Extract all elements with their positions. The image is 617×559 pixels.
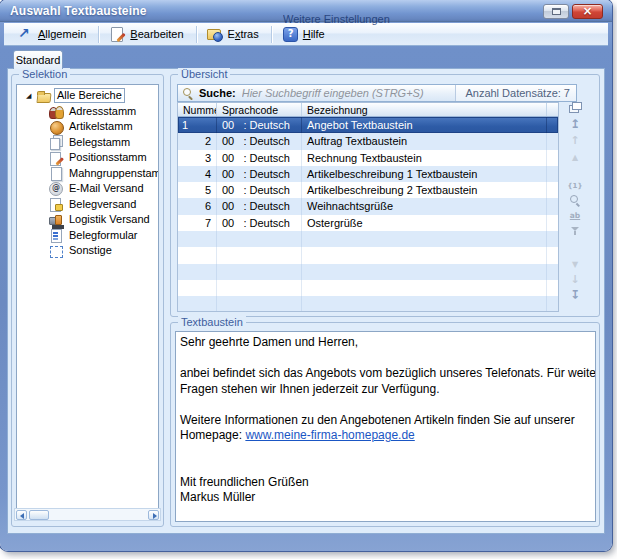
selektion-group: Selektion Alle BereicheAdressstammArtike… — [11, 74, 164, 527]
tree-item-label: Sonstige — [69, 244, 112, 257]
cell-extra — [547, 280, 558, 296]
cell-bezeichnung — [302, 231, 547, 247]
table-row-empty[interactable] — [178, 296, 558, 312]
selection-tree: Alle BereicheAdressstammArtikelstammBele… — [16, 84, 159, 521]
tree-item-belegformular[interactable]: Belegformular — [17, 228, 158, 244]
tree-item-belegstamm[interactable]: Belegstamm — [17, 135, 158, 151]
tree-item-label: Belegstamm — [69, 136, 130, 149]
letter-line: Markus Müller — [180, 490, 595, 506]
edit-document-icon — [108, 26, 126, 42]
cell-bezeichnung: Artikelbeschreibung 1 Textbaustein — [302, 166, 547, 182]
tree-item-label: Belegformular — [69, 229, 137, 242]
tree-item-artikelstamm[interactable]: Artikelstamm — [17, 119, 158, 135]
tree-item-logistik-versand[interactable]: Logistik Versand — [17, 212, 158, 228]
cell-bezeichnung — [302, 264, 547, 280]
toolbar-button-label: Allgemein — [38, 28, 86, 40]
cell-nummer: 4 — [178, 166, 217, 182]
cell-nummer — [178, 264, 217, 280]
cell-bezeichnung: Rechnung Textbaustein — [302, 150, 547, 166]
tree-item-label: Belegversand — [69, 198, 136, 211]
cell-nummer: 6 — [178, 198, 217, 214]
cell-extra — [547, 231, 558, 247]
cell-bezeichnung: Angebot Textbaustein — [302, 117, 547, 133]
navigator-group — [567, 100, 583, 164]
cell-sprachcode: 00 : Deutsch — [217, 150, 302, 166]
cell-bezeichnung — [302, 247, 547, 263]
table-row-empty[interactable] — [178, 231, 558, 247]
letter-line: Sehr geehrte Damen und Herren, — [180, 335, 595, 351]
letter-line: Fragen stehen wir Ihnen jederzeit zur Ve… — [180, 382, 595, 398]
table-row-7[interactable]: 700 : DeutschOstergrüße — [178, 215, 558, 231]
search-bar[interactable]: Suche: Anzahl Datensätze: 7 — [177, 84, 577, 102]
scroll-right-button[interactable] — [148, 510, 159, 520]
tree-item-adressstamm[interactable]: Adressstamm — [17, 104, 158, 120]
table-row-empty[interactable] — [178, 247, 558, 263]
tree-item-e-mail-versand[interactable]: E-Mail Versand — [17, 181, 158, 197]
table-row-5[interactable]: 500 : DeutschArtikelbeschreibung 2 Textb… — [178, 182, 558, 198]
table-row-1[interactable]: 100 : DeutschAngebot Textbaustein — [178, 117, 558, 133]
scroll-thumb[interactable] — [29, 510, 49, 520]
move-down-icon[interactable] — [567, 273, 583, 286]
tree-item-alle-bereiche[interactable]: Alle Bereiche — [17, 88, 158, 104]
app-window: Auswahl Textbausteine × Weitere Einstell… — [0, 0, 612, 551]
cell-nummer — [178, 231, 217, 247]
letter-line: Homepage: www.meine-firma-homepage.de — [180, 428, 595, 444]
collapse-columns-icon[interactable] — [567, 100, 583, 113]
cell-extra — [547, 166, 558, 182]
cell-extra — [547, 182, 558, 198]
toolbar-button-bearbeiten[interactable]: Bearbeiten — [104, 24, 190, 44]
column-header-sprachcode[interactable]: Sprachcode — [217, 103, 302, 116]
navigator-group — [567, 258, 583, 301]
tree-item-positionsstamm[interactable]: Positionsstamm — [17, 150, 158, 166]
scroll-top-icon[interactable] — [567, 117, 583, 130]
scroll-bottom-icon[interactable] — [567, 288, 583, 301]
table-row-2[interactable]: 200 : DeutschAuftrag Textbaustein — [178, 133, 558, 149]
letter-line — [180, 351, 595, 367]
tree-item-belegversand[interactable]: Belegversand — [17, 197, 158, 213]
record-count-icon[interactable] — [567, 179, 583, 192]
help-icon — [281, 26, 299, 42]
incremental-search-icon[interactable] — [567, 209, 583, 222]
cell-bezeichnung: Ostergrüße — [302, 215, 547, 231]
cell-sprachcode: 00 : Deutsch — [217, 198, 302, 214]
record-count: Anzahl Datensätze: 7 — [455, 85, 576, 101]
tree-item-mahngruppenstamm[interactable]: Mahngruppenstamm — [17, 166, 158, 182]
page-down-icon[interactable] — [567, 258, 583, 271]
tree-horizontal-scrollbar[interactable] — [14, 508, 161, 521]
cell-nummer: 1 — [178, 117, 217, 133]
close-button[interactable]: × — [572, 4, 603, 19]
cell-extra — [547, 117, 558, 133]
column-header-nummer[interactable]: Nummer — [178, 103, 217, 116]
table-row-6[interactable]: 600 : DeutschWeihnachtsgrüße — [178, 198, 558, 214]
table-row-empty[interactable] — [178, 264, 558, 280]
toolbar-button-allgemein[interactable]: Allgemein — [12, 24, 93, 44]
filter-icon[interactable] — [567, 224, 583, 237]
table-row-empty[interactable] — [178, 280, 558, 296]
cell-extra — [547, 247, 558, 263]
homepage-link[interactable]: www.meine-firma-homepage.de — [245, 428, 414, 442]
tree-item-sonstige[interactable]: Sonstige — [17, 243, 158, 259]
tab-page: Selektion Alle BereicheAdressstammArtike… — [7, 68, 605, 534]
toolbar-button-extras[interactable]: Extras — [202, 24, 266, 44]
close-icon: × — [582, 5, 592, 17]
column-header-extra — [547, 103, 558, 116]
toolbar-button-hilfe[interactable]: Hilfe — [277, 24, 332, 44]
maximize-button[interactable] — [543, 4, 569, 19]
documents-icon — [48, 134, 64, 150]
tab-standard[interactable]: Standard — [13, 50, 63, 69]
column-header-bezeichnung[interactable]: Bezeichnung — [302, 103, 547, 116]
table-row-4[interactable]: 400 : DeutschArtikelbeschreibung 1 Textb… — [178, 166, 558, 182]
letter-line-text: Homepage: — [180, 428, 245, 442]
page-up-icon[interactable] — [567, 151, 583, 164]
move-up-icon[interactable] — [567, 134, 583, 147]
table-row-3[interactable]: 300 : DeutschRechnung Textbaustein — [178, 150, 558, 166]
search-grid-icon[interactable] — [567, 194, 583, 207]
search-input[interactable] — [242, 87, 456, 99]
people-icon — [48, 103, 64, 119]
toolbar-button-label: Hilfe — [303, 28, 325, 40]
cell-sprachcode: 00 : Deutsch — [217, 215, 302, 231]
scroll-left-button[interactable] — [16, 510, 27, 520]
tree-item-label: E-Mail Versand — [69, 182, 144, 195]
expander-icon[interactable] — [26, 92, 36, 99]
tree-item-label: Positionsstamm — [69, 151, 147, 164]
